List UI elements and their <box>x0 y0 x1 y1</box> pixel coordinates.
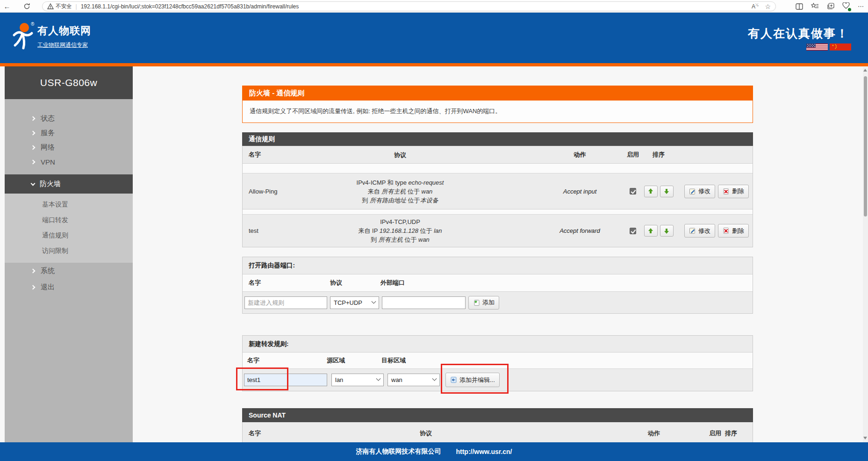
us-flag-icon[interactable] <box>806 43 828 50</box>
col-header-sort: 排序 <box>643 151 674 159</box>
sidebar-item-traffic-rules[interactable]: 通信规则 <box>5 228 133 243</box>
cn-flag-icon[interactable] <box>830 43 851 50</box>
usr-logo: ® <box>10 21 37 50</box>
footer-website-link[interactable]: http://www.usr.cn/ <box>456 448 512 455</box>
sort-down-button[interactable] <box>660 225 674 237</box>
protocol-select[interactable]: TCP+UDP <box>330 296 379 309</box>
dest-zone-select[interactable]: wan <box>387 374 440 386</box>
delete-icon <box>723 227 730 234</box>
collections-icon[interactable] <box>827 3 834 10</box>
split-screen-icon[interactable] <box>796 3 803 10</box>
rule-name: Allow-Ping <box>243 188 323 195</box>
sidebar-item-port-forwarding[interactable]: 端口转发 <box>5 212 133 228</box>
col-header-dst-zone: 目标区域 <box>381 356 406 365</box>
footer-company: 济南有人物联网技术有限公司 <box>356 447 441 456</box>
insecure-warning-icon <box>47 3 54 9</box>
delete-button[interactable]: 删除 <box>718 185 749 198</box>
annotation-highlight-add-edit-button <box>441 364 509 394</box>
enable-checkbox[interactable] <box>630 228 636 234</box>
chevron-right-icon <box>31 160 36 165</box>
open-ports-title: 打开路由器端口: <box>243 257 753 274</box>
sidebar: USR-G806w 状态 服务 网络 VPN 防火墙 基本设置 端口转发 通信规… <box>5 66 133 442</box>
vertical-scrollbar[interactable] <box>863 67 868 442</box>
sidebar-item-logout[interactable]: 退出 <box>5 279 133 295</box>
sidebar-item-access-restriction[interactable]: 访问限制 <box>5 243 133 259</box>
page-description: 通信规则定义了不同区域间的流量传送, 例如: 拒绝一些主机之间的通信、打开到WA… <box>242 101 753 123</box>
scroll-down-arrow[interactable] <box>863 437 867 439</box>
browser-essentials-icon[interactable] <box>842 2 850 11</box>
favorites-bar-icon[interactable] <box>811 3 819 10</box>
col-header-proto: 协议 <box>323 429 529 438</box>
source-nat-header-row: 名字 协议 动作 启用 排序 <box>242 422 753 445</box>
chevron-down-icon <box>432 376 437 381</box>
col-header-name: 名字 <box>243 356 327 365</box>
col-header-action: 动作 <box>648 429 660 438</box>
col-header-sort: 排序 <box>725 429 737 438</box>
add-icon <box>473 299 480 306</box>
sidebar-item-vpn[interactable]: VPN <box>5 155 133 169</box>
source-zone-select[interactable]: lan <box>331 374 384 386</box>
col-header-proto: 协议 <box>327 279 379 287</box>
col-header-name: 名字 <box>243 429 323 438</box>
sort-up-button[interactable] <box>644 225 658 237</box>
settings-dots-icon[interactable]: ⋯ <box>858 3 864 10</box>
col-header-src-zone: 源区域 <box>327 356 381 365</box>
security-label: 不安全 <box>56 3 72 10</box>
traffic-rules-table: 名字 协议 动作 启用 排序 Allow-Ping IPv4-ICMP 和 ty… <box>242 146 753 247</box>
add-button[interactable]: 添加 <box>468 296 499 310</box>
rule-protocol: IPv4-ICMP 和 type echo-request 来自 所有主机 位于… <box>323 178 477 205</box>
col-header-proto: 协议 <box>323 151 477 159</box>
col-header-ext-port: 外部端口 <box>379 279 405 287</box>
sidebar-item-firewall[interactable]: 防火墙 <box>5 174 133 194</box>
read-aloud-icon[interactable]: A⤯ <box>752 3 758 10</box>
section-title-source-nat: Source NAT <box>242 408 753 422</box>
header-accent-strip <box>0 63 868 66</box>
col-header-name: 名字 <box>243 151 323 159</box>
table-row: test IPv4-TCP,UDP 来自 IP 192.168.1.128 位于… <box>243 214 753 247</box>
brand-subtitle: 工业物联网通信专家 <box>37 41 91 49</box>
firewall-submenu: 基本设置 端口转发 通信规则 访问限制 <box>5 194 133 263</box>
sidebar-item-services[interactable]: 服务 <box>5 126 133 140</box>
refresh-icon[interactable] <box>20 2 34 10</box>
col-header-enable: 启用 <box>623 151 643 159</box>
chevron-down-icon <box>376 376 381 381</box>
url-text[interactable]: 192.168.1.1/cgi-bin/luci/;stok=023f1248c… <box>81 3 752 10</box>
enable-checkbox[interactable] <box>630 188 636 194</box>
new-rule-name-input[interactable] <box>244 296 327 309</box>
favorite-star-icon[interactable]: ☆ <box>765 3 771 10</box>
table-header-row: 名字 协议 动作 启用 排序 <box>243 146 753 164</box>
scroll-up-arrow[interactable] <box>863 69 867 72</box>
sidebar-item-network[interactable]: 网络 <box>5 140 133 155</box>
section-title-traffic-rules: 通信规则 <box>242 132 753 146</box>
edit-icon <box>689 227 696 234</box>
back-icon[interactable]: ← <box>0 2 14 10</box>
annotation-highlight-name-input <box>236 367 288 390</box>
sidebar-item-basic-settings[interactable]: 基本设置 <box>5 197 133 212</box>
edit-button[interactable]: 修改 <box>684 224 715 238</box>
sort-up-button[interactable] <box>644 186 658 197</box>
forward-rule-title: 新建转发规则: <box>243 336 753 353</box>
open-ports-section: 打开路由器端口: 名字 协议 外部端口 TCP+UDP 添加 <box>242 257 753 314</box>
chevron-down-icon <box>372 299 376 303</box>
sort-down-button[interactable] <box>660 186 674 197</box>
delete-icon <box>723 188 730 195</box>
sidebar-item-status[interactable]: 状态 <box>5 111 133 126</box>
external-port-input[interactable] <box>382 296 466 309</box>
rule-action: Accept input <box>537 188 623 195</box>
chevron-right-icon <box>31 116 36 121</box>
scrollbar-thumb[interactable] <box>864 76 867 216</box>
edit-icon <box>689 188 696 195</box>
chevron-down-icon <box>31 181 36 186</box>
col-header-name: 名字 <box>243 279 327 287</box>
edit-button[interactable]: 修改 <box>684 185 715 198</box>
brand-title: 有人物联网 <box>37 24 91 38</box>
chevron-right-icon <box>31 131 36 136</box>
sidebar-item-system[interactable]: 系统 <box>5 263 133 279</box>
chevron-right-icon <box>31 145 36 150</box>
rule-name: test <box>243 227 323 234</box>
separator: | <box>76 3 77 10</box>
col-header-enable: 启用 <box>709 429 721 438</box>
col-header-action: 动作 <box>537 151 623 159</box>
delete-button[interactable]: 删除 <box>718 224 749 238</box>
address-bar[interactable]: 不安全 | 192.168.1.1/cgi-bin/luci/;stok=023… <box>42 1 776 11</box>
